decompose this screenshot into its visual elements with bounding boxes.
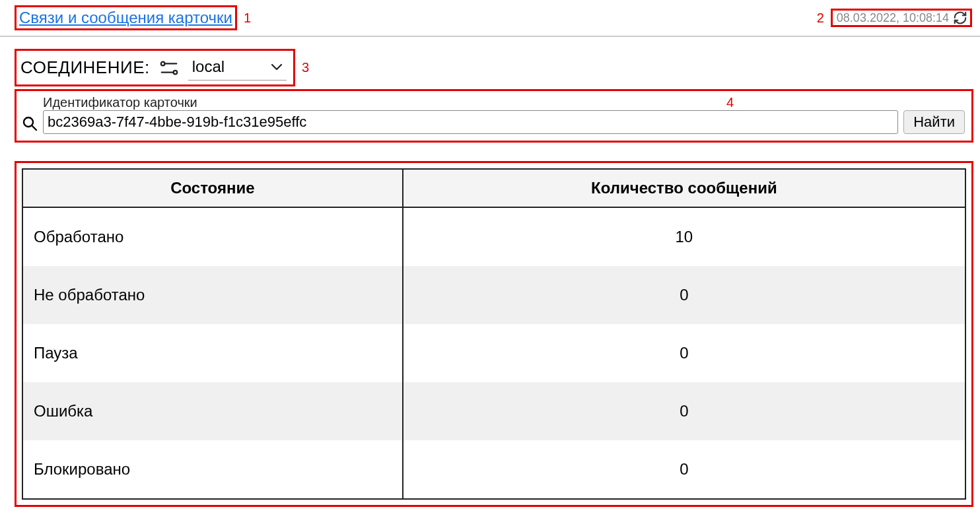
col-header-count: Количество сообщений	[403, 169, 965, 207]
connection-label: СОЕДИНЕНИЕ:	[20, 57, 150, 78]
table-row: Пауза 0	[22, 324, 965, 382]
timestamp-highlight-box: 08.03.2022, 10:08:14	[831, 9, 972, 27]
table-row: Не обработано 0	[22, 266, 965, 324]
cell-state: Обработано	[22, 207, 403, 266]
cell-count: 0	[403, 266, 965, 324]
search-highlight-box: 4 Идентификатор карточки Найти	[15, 89, 973, 143]
annotation-4: 4	[726, 95, 734, 110]
results-highlight-box: Состояние Количество сообщений Обработан…	[15, 161, 973, 507]
annotation-2: 2	[817, 11, 824, 26]
cell-count: 0	[403, 324, 965, 382]
results-table: Состояние Количество сообщений Обработан…	[22, 168, 966, 500]
page-title-link[interactable]: Связи и сообщения карточки	[19, 9, 232, 26]
connection-highlight-box: СОЕДИНЕНИЕ: local	[15, 49, 295, 86]
svg-line-5	[32, 125, 36, 130]
cell-count: 10	[403, 207, 965, 266]
cell-count: 0	[403, 440, 965, 499]
connection-select[interactable]: local	[188, 55, 287, 81]
cell-state: Пауза	[22, 324, 403, 382]
cell-state: Ошибка	[22, 382, 403, 440]
col-header-state: Состояние	[22, 169, 403, 207]
cell-state: Блокировано	[22, 440, 403, 499]
connection-select-value: local	[192, 57, 225, 76]
connection-icon	[159, 59, 179, 77]
timestamp-text: 08.03.2022, 10:08:14	[837, 11, 949, 25]
header-bar: Связи и сообщения карточки 1 2 08.03.202…	[0, 0, 980, 37]
annotation-3: 3	[302, 60, 309, 75]
search-icon	[22, 116, 38, 131]
connection-row: СОЕДИНЕНИЕ: local 3	[15, 49, 980, 86]
annotation-1: 1	[244, 11, 251, 26]
chevron-down-icon	[271, 63, 283, 71]
card-id-label: Идентификатор карточки	[43, 95, 898, 110]
table-row: Блокировано 0	[22, 440, 965, 499]
refresh-icon[interactable]	[953, 11, 967, 25]
find-button[interactable]: Найти	[903, 110, 965, 134]
cell-count: 0	[403, 382, 965, 440]
card-id-input[interactable]	[43, 110, 898, 134]
cell-state: Не обработано	[22, 266, 403, 324]
table-row: Обработано 10	[22, 207, 965, 266]
table-row: Ошибка 0	[22, 382, 965, 440]
title-highlight-box: Связи и сообщения карточки	[15, 5, 237, 30]
